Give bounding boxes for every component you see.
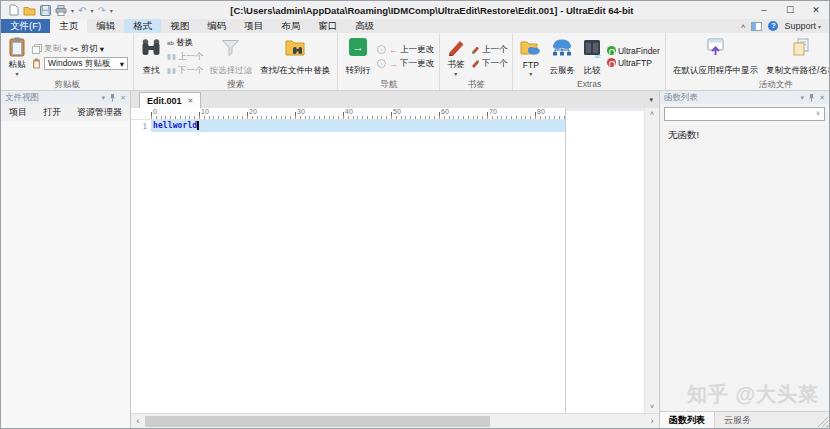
ftp-button[interactable]: FTP ▾: [518, 35, 543, 78]
undo-icon[interactable]: ↶: [78, 5, 86, 16]
group-label-navigation: 导航: [338, 78, 439, 90]
panel-close-icon[interactable]: ✕: [120, 94, 126, 102]
ultrafinder-button[interactable]: UltraFinder: [607, 46, 660, 56]
menu-file[interactable]: 文件(F): [1, 19, 50, 33]
panel-close-icon[interactable]: ✕: [819, 94, 825, 102]
nav-forward-icon[interactable]: ›: [377, 59, 386, 68]
menu-advanced[interactable]: 高级: [346, 19, 383, 33]
secondary-pane[interactable]: [566, 108, 644, 413]
print-dropdown[interactable]: ▾: [71, 7, 74, 14]
menu-project[interactable]: 项目: [235, 19, 272, 33]
tab-list-dropdown-icon[interactable]: ▾: [643, 91, 659, 108]
bookmark-prev-button[interactable]: 上一个: [471, 44, 508, 56]
tab-project[interactable]: 项目: [1, 104, 35, 121]
function-filter-select[interactable]: ˅: [664, 107, 825, 121]
horizontal-scrollbar[interactable]: ‹ ›: [131, 413, 659, 428]
group-label-search: 搜索: [134, 78, 337, 90]
binoculars-small-icon: [167, 53, 176, 60]
compare-button[interactable]: uc 比较: [581, 35, 603, 78]
copy-button[interactable]: 复制▾: [32, 43, 67, 55]
bookmark-next-button[interactable]: 下一个: [471, 58, 508, 70]
clipboard-format-select[interactable]: Windows 剪贴板▾: [44, 57, 128, 70]
text-editor-canvas[interactable]: 1 hellworld: [131, 120, 565, 413]
tab-cloud-services[interactable]: 云服务: [715, 412, 760, 428]
collapse-ribbon-icon[interactable]: ˄: [741, 22, 746, 31]
tab-close-icon[interactable]: ✕: [188, 97, 194, 105]
clipboard-small-icon: [32, 58, 41, 69]
scroll-right-icon[interactable]: ›: [645, 414, 659, 428]
redo-icon[interactable]: ↷: [97, 5, 105, 16]
group-label-bookmarks: 书签: [440, 78, 513, 90]
column-ruler: 0 10 20 30 40 50 60 70 80: [131, 108, 565, 120]
menu-window[interactable]: 窗口: [309, 19, 346, 33]
cloud-services-button[interactable]: 云服务: [547, 35, 577, 78]
ultrafinder-icon: [607, 46, 616, 55]
scrollbar-thumb[interactable]: [145, 416, 490, 427]
show-in-default-app-button[interactable]: 在默认应用程序中显示: [671, 35, 760, 78]
menu-home[interactable]: 主页: [50, 19, 87, 33]
text-caret: [197, 121, 199, 130]
menu-layout[interactable]: 布局: [272, 19, 309, 33]
save-icon[interactable]: [40, 5, 51, 16]
document-tabbar: Edit.001 ✕ ▾: [131, 91, 659, 108]
prev-change-button[interactable]: ←上一更改: [389, 44, 434, 56]
find-prev-button[interactable]: 上一个: [167, 51, 204, 63]
vertical-scrollbar[interactable]: ˄ ˅: [644, 108, 659, 413]
maximize-button[interactable]: ☐: [777, 1, 803, 19]
menu-encoding[interactable]: 编码: [198, 19, 235, 33]
find-next-button[interactable]: 下一个: [167, 65, 204, 77]
find-replace-in-files-button[interactable]: 查找/在文件中替换: [258, 35, 332, 78]
bookmark-button[interactable]: 书签 ▾: [445, 35, 467, 78]
cloud-network-icon: [551, 36, 573, 58]
ribbon-group-clipboard: 粘贴 ▾ 复制▾ ✂剪切▾ Windows 剪贴板▾ 剪贴板: [1, 33, 134, 90]
document-tab[interactable]: Edit.001 ✕: [139, 92, 201, 108]
layout-panes-icon[interactable]: [751, 22, 762, 31]
tab-open[interactable]: 打开: [35, 104, 69, 121]
replace-button[interactable]: ab替换: [167, 37, 193, 49]
new-file-icon[interactable]: [9, 4, 19, 16]
menu-edit[interactable]: 编辑: [87, 19, 124, 33]
undo-dropdown[interactable]: ▾: [90, 7, 93, 14]
find-button[interactable]: 查找: [139, 35, 163, 78]
panel-menu-icon[interactable]: ▾: [801, 94, 805, 102]
menu-view[interactable]: 视图: [161, 19, 198, 33]
no-functions-message: 无函数!: [668, 129, 821, 142]
copy-documents-icon: [793, 36, 809, 58]
function-list-title: 函数列表: [664, 92, 698, 104]
bookmark-next-icon: [471, 59, 480, 68]
document-tab-label: Edit.001: [147, 96, 182, 106]
main-area: 文件视图 ▾ ✕ 项目 打开 资源管理器 ◂ ▸ Edit.001 ✕: [1, 91, 829, 428]
menu-format[interactable]: 格式: [124, 19, 161, 33]
print-icon[interactable]: [55, 5, 67, 16]
ribbon-group-search: 查找 ab替换 上一个 下一个 按选择过滤 查找/在文件中替换 搜索: [134, 33, 338, 90]
minimize-button[interactable]: –: [751, 1, 777, 19]
filter-by-selection-button[interactable]: 按选择过滤: [208, 35, 255, 78]
pin-icon[interactable]: [808, 93, 815, 102]
help-icon[interactable]: ?: [768, 21, 778, 31]
scroll-left-icon[interactable]: ‹: [131, 414, 145, 428]
cut-button[interactable]: ✂剪切▾: [70, 43, 104, 55]
goto-line-button[interactable]: → 转到行: [343, 35, 373, 78]
file-view-body[interactable]: [1, 121, 130, 428]
nav-back-icon[interactable]: ‹: [377, 45, 386, 54]
tab-explorer[interactable]: 资源管理器: [69, 104, 130, 121]
ribbon-group-navigation: → 转到行 ‹ ←上一更改 › →下一更改 导航: [338, 33, 440, 90]
open-folder-icon[interactable]: [23, 5, 36, 16]
pin-icon[interactable]: [109, 93, 116, 102]
close-button[interactable]: ✕: [803, 1, 829, 19]
panel-bottom-tabs: 函数列表 云服务: [660, 411, 829, 428]
support-menu[interactable]: Support▾: [784, 21, 821, 31]
ftp-folder-cloud-icon: [520, 36, 541, 58]
function-list-titlebar: 函数列表 ▾ ✕: [660, 91, 829, 104]
tab-function-list[interactable]: 函数列表: [660, 412, 715, 428]
ultraftp-button[interactable]: UltraFTP: [607, 58, 652, 68]
copy-file-path-button[interactable]: 复制文件路径/名称: [764, 35, 830, 78]
combo-dropdown-icon: ˅: [816, 108, 820, 120]
paste-button[interactable]: 粘贴 ▾: [6, 35, 28, 78]
next-change-button[interactable]: →下一更改: [389, 58, 434, 70]
panel-menu-icon[interactable]: ▾: [102, 94, 106, 102]
window-up-arrow-icon: [707, 36, 724, 58]
scroll-up-icon[interactable]: ˄: [650, 108, 654, 120]
zhihu-watermark: 知乎 @大头菜: [687, 381, 819, 408]
scroll-down-icon[interactable]: ˅: [650, 401, 654, 413]
